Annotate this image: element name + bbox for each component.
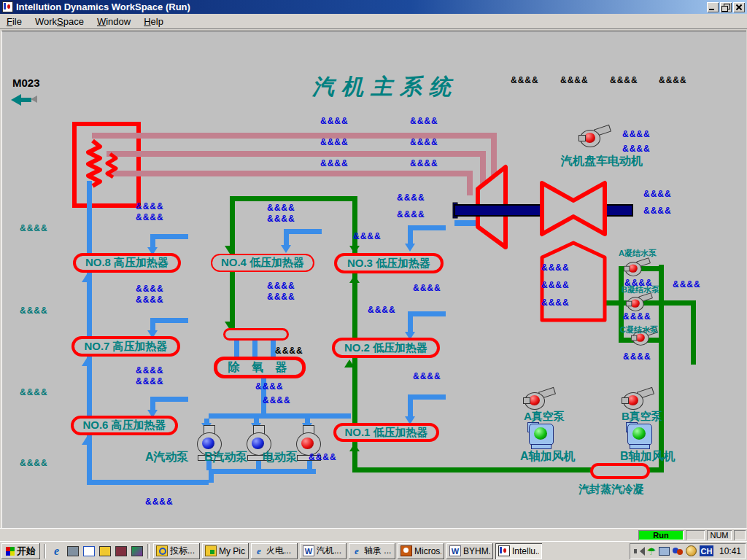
- task-button-huodian[interactable]: e 火电...: [251, 543, 298, 559]
- cond-pump-b-icon: [626, 294, 654, 312]
- pipe-blue-segment: [234, 341, 239, 357]
- pipe-blue-segment: [87, 480, 209, 485]
- ie-icon: e: [352, 546, 362, 556]
- value-placeholder: &&&&: [353, 231, 382, 241]
- media-player-icon[interactable]: [130, 544, 144, 558]
- task-button-qiji[interactable]: W 汽机...: [300, 543, 347, 559]
- heater-no4[interactable]: NO.4 低压加热器: [211, 254, 314, 272]
- status-empty-box: [686, 530, 705, 540]
- menu-workspace[interactable]: WorkSpace: [28, 15, 90, 28]
- speaker-icon[interactable]: [634, 547, 643, 556]
- pipe-blue-segment: [408, 311, 446, 316]
- value-placeholder: &&&&: [145, 497, 174, 507]
- ie-quicklaunch-icon[interactable]: e: [50, 544, 63, 558]
- heater-no7[interactable]: NO.7 高压加热器: [71, 336, 180, 357]
- taskbar-separator-2: [147, 544, 150, 559]
- run-mode-indicator: Run: [638, 530, 684, 540]
- umbrella-icon[interactable]: ☂: [646, 546, 656, 556]
- task-button-byhm[interactable]: W BYHM...: [446, 543, 493, 559]
- task-button-intellution-active[interactable]: Intellu...: [495, 543, 542, 559]
- steam-pump-a-label: A汽动泵: [145, 450, 189, 465]
- value-placeholder: &&&&: [255, 381, 284, 392]
- task-button-microsoft[interactable]: Micros...: [398, 543, 444, 559]
- value-placeholder: &&&&: [267, 292, 295, 302]
- value-placeholder: &&&&: [20, 458, 48, 468]
- pipe-blue-segment: [408, 225, 446, 230]
- pipe-blue-segment: [87, 181, 92, 253]
- menu-help[interactable]: Help: [137, 15, 170, 28]
- folder-image-icon: [205, 545, 217, 556]
- value-placeholder: &&&&: [20, 387, 48, 397]
- vacuum-pump-b-label: B真空泵: [622, 410, 662, 424]
- menu-file[interactable]: File: [0, 15, 28, 28]
- turbine-shaft: [454, 205, 632, 216]
- menu-bar: File WorkSpace Window Help: [0, 14, 747, 29]
- pipe-blue-segment: [252, 341, 258, 357]
- value-placeholder: &&&&: [541, 262, 570, 273]
- ime-indicator[interactable]: CH: [700, 545, 713, 556]
- value-placeholder: &&&&: [659, 75, 687, 85]
- start-button[interactable]: 开始: [1, 543, 40, 559]
- value-placeholder: &&&&: [368, 305, 396, 315]
- users-icon[interactable]: [673, 546, 683, 556]
- value-placeholder: &&&&: [136, 365, 164, 376]
- minimize-button[interactable]: [707, 2, 719, 12]
- heater-no6[interactable]: NO.6 高压加热器: [71, 416, 178, 435]
- heater-no8[interactable]: NO.8 高压加热器: [73, 253, 181, 273]
- taskbar-separator: [44, 544, 46, 559]
- value-placeholder: &&&&: [20, 306, 48, 316]
- value-placeholder: &&&&: [623, 351, 651, 362]
- menu-window[interactable]: Window: [90, 15, 137, 28]
- pipe-blue-segment: [408, 394, 413, 419]
- globe-icon[interactable]: [686, 545, 697, 556]
- value-placeholder: &&&&: [136, 284, 164, 294]
- task-button-mypictures[interactable]: My Pic...: [202, 543, 249, 559]
- document-icon[interactable]: [82, 544, 96, 558]
- close-button[interactable]: [733, 2, 745, 12]
- heater-no1[interactable]: NO.1 低压加热器: [333, 423, 439, 442]
- calculator-icon[interactable]: [66, 544, 80, 558]
- value-placeholder: &&&&: [136, 376, 164, 386]
- value-placeholder: &&&&: [136, 212, 164, 222]
- restore-button[interactable]: [720, 2, 732, 12]
- back-arrow-button[interactable]: [11, 94, 37, 106]
- pipe-green-segment: [659, 265, 664, 472]
- pipe-blue-segment: [284, 229, 322, 234]
- value-placeholder: &&&&: [320, 116, 349, 126]
- vacuum-pump-a-icon: [523, 389, 557, 411]
- heater-no2[interactable]: NO.2 低压加热器: [332, 338, 440, 358]
- pipe-blue-segment: [408, 225, 413, 245]
- folder-search-icon[interactable]: [98, 544, 112, 558]
- title-bar[interactable]: Intellution Dynamics WorkSpace (Run): [0, 0, 747, 14]
- pipe-pink-segment: [467, 171, 473, 195]
- workspace-icon: [498, 545, 510, 556]
- flow-arrow-icon: [82, 274, 92, 282]
- computer-icon[interactable]: [659, 547, 670, 556]
- value-placeholder: &&&&: [320, 158, 349, 168]
- value-placeholder: &&&&: [267, 214, 295, 224]
- fan-b-label: B轴加风机: [620, 449, 676, 464]
- value-placeholder: &&&&: [267, 203, 295, 213]
- value-placeholder: &&&&: [541, 280, 570, 290]
- gland-condenser-label: 汽封蒸汽冷凝: [578, 483, 644, 497]
- deaerator[interactable]: 除 氧 器: [214, 357, 306, 378]
- task-button-zhoucheng[interactable]: e 轴承 ...: [349, 543, 395, 559]
- pipe-blue-segment: [87, 273, 92, 336]
- value-placeholder: &&&&: [413, 283, 441, 293]
- value-placeholder: &&&&: [410, 116, 438, 126]
- system-tray: ☂ CH 10:41: [630, 543, 746, 559]
- task-button-bidding[interactable]: 投标...: [153, 543, 200, 559]
- flow-arrow-icon: [405, 244, 415, 252]
- paint-icon[interactable]: [114, 544, 128, 558]
- heater-no3[interactable]: NO.3 低压加热器: [334, 253, 444, 273]
- value-placeholder: &&&&: [267, 281, 295, 291]
- flow-arrow-icon: [225, 246, 235, 254]
- pipe-pink-segment: [480, 151, 486, 186]
- value-placeholder: &&&&: [309, 452, 337, 462]
- taskbar: 开始 e 投标... My Pic... e 火电... W 汽机... e 轴…: [0, 541, 747, 560]
- value-placeholder: &&&&: [275, 346, 303, 356]
- flow-arrow-icon: [349, 275, 360, 283]
- value-placeholder: &&&&: [136, 201, 164, 211]
- value-placeholder: &&&&: [410, 158, 438, 168]
- turning-motor-label: 汽机盘车电动机: [561, 154, 643, 169]
